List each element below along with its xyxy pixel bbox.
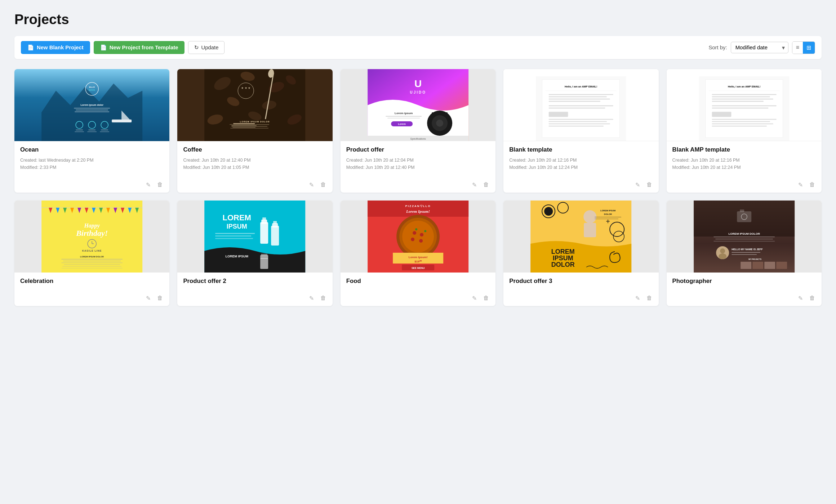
sort-select[interactable]: Modified date Created date Name (731, 42, 788, 53)
svg-rect-66 (549, 108, 605, 109)
svg-rect-179 (732, 252, 760, 253)
edit-button-blank[interactable]: ✎ (634, 181, 641, 189)
delete-button-product2[interactable]: 🗑 (319, 294, 328, 302)
card-title-celebration: Celebration (20, 278, 164, 285)
project-card-ocean: ELLO WAVE Lorem ipsum dolor (14, 69, 169, 193)
svg-rect-110 (61, 259, 123, 260)
card-body-food: Food (341, 273, 495, 292)
svg-rect-81 (712, 105, 776, 107)
edit-button-product3[interactable]: ✎ (634, 294, 641, 302)
svg-rect-10 (75, 111, 109, 112)
delete-button-product[interactable]: 🗑 (482, 181, 490, 189)
svg-rect-172 (713, 237, 775, 237)
edit-button-product2[interactable]: ✎ (308, 294, 315, 302)
svg-text:UJIDO: UJIDO (410, 90, 426, 94)
grid-view-button[interactable]: ⊞ (803, 42, 815, 54)
card-actions-product3: ✎ 🗑 (503, 292, 658, 306)
delete-button-celebration[interactable]: 🗑 (156, 294, 164, 302)
new-template-button[interactable]: 📄 New Project from Template (94, 41, 185, 54)
card-meta-coffee: Created: Jun 10th 20 at 12:40 PM Modifie… (183, 157, 326, 171)
card-thumbnail-celebration: Happy Birthday! KASILE LINE LOREM IPSUM … (14, 201, 169, 273)
svg-rect-5 (112, 120, 132, 122)
card-thumbnail-blank-amp: Hello, I am an AMP EMAIL! (667, 69, 822, 141)
edit-button-photographer[interactable]: ✎ (797, 294, 804, 302)
svg-rect-65 (549, 105, 613, 107)
svg-rect-173 (715, 239, 773, 239)
svg-rect-83 (712, 112, 731, 117)
svg-point-177 (719, 253, 726, 259)
card-body-product2: Product offer 2 (177, 273, 332, 292)
svg-text:Specifications: Specifications (410, 138, 426, 140)
svg-text:Hello, I am an AMP EMAIL!: Hello, I am an AMP EMAIL! (565, 85, 597, 88)
delete-button-blank[interactable]: 🗑 (645, 181, 654, 189)
delete-button-blank-amp[interactable]: 🗑 (808, 181, 817, 189)
edit-button-coffee[interactable]: ✎ (308, 181, 315, 189)
svg-rect-84 (712, 119, 776, 120)
card-body-product: Product offer Created: Jun 10th 20 at 12… (341, 141, 495, 179)
svg-text:Lorem ipsum dolor: Lorem ipsum dolor (80, 104, 103, 107)
update-button[interactable]: ↻ Update (188, 41, 224, 54)
svg-rect-67 (549, 112, 568, 117)
card-actions-blank: ✎ 🗑 (503, 179, 658, 193)
delete-button-product3[interactable]: 🗑 (645, 294, 654, 302)
svg-text:Lorem Ipsum!: Lorem Ipsum! (409, 256, 428, 259)
list-view-button[interactable]: ≡ (792, 42, 803, 54)
svg-rect-113 (64, 264, 120, 265)
svg-rect-170 (740, 210, 744, 212)
edit-button-blank-amp[interactable]: ✎ (797, 181, 804, 189)
svg-rect-14 (76, 130, 83, 130)
card-title-ocean: Ocean (20, 146, 164, 153)
svg-rect-174 (713, 241, 775, 242)
project-card-blank: Hello, I am an AMP EMAIL! (503, 69, 658, 193)
delete-button-coffee[interactable]: 🗑 (319, 181, 328, 189)
svg-rect-119 (261, 222, 268, 244)
sort-select-wrapper: Modified date Created date Name (731, 42, 788, 53)
card-actions-product: ✎ 🗑 (341, 179, 495, 193)
card-meta-blank-amp: Created: Jun 10th 20 at 12:16 PM Modifie… (672, 157, 816, 171)
svg-rect-129 (261, 258, 268, 269)
edit-button-food[interactable]: ✎ (471, 294, 478, 302)
svg-text:DOLOR: DOLOR (604, 213, 612, 215)
svg-rect-112 (61, 262, 123, 263)
svg-rect-182 (741, 262, 751, 269)
svg-point-138 (402, 221, 434, 252)
svg-rect-34 (234, 123, 255, 124)
svg-rect-85 (712, 121, 770, 122)
svg-point-152 (544, 207, 553, 216)
svg-rect-71 (549, 126, 604, 127)
svg-rect-8 (74, 108, 110, 109)
svg-rect-69 (549, 121, 607, 122)
doc-icon: 📄 (27, 44, 34, 51)
card-actions-blank-amp: ✎ 🗑 (667, 179, 822, 193)
svg-rect-63 (549, 99, 610, 100)
svg-rect-40 (231, 128, 269, 129)
svg-point-141 (411, 238, 414, 241)
svg-rect-38 (230, 124, 270, 125)
delete-button-photographer[interactable]: 🗑 (808, 294, 817, 302)
svg-text:LOREM IPSUM: LOREM IPSUM (226, 255, 249, 258)
card-thumbnail-product3: + LOREM IPSUM DOLOR LOREM IPSUM DOLOR (503, 201, 658, 273)
svg-rect-62 (549, 96, 607, 97)
delete-button-ocean[interactable]: 🗑 (156, 181, 164, 189)
card-meta-product: Created: Jun 10th 20 at 12:04 PM Modifie… (346, 157, 490, 171)
svg-rect-70 (549, 123, 610, 125)
svg-rect-36 (233, 127, 256, 128)
edit-button-celebration[interactable]: ✎ (144, 294, 152, 302)
edit-button-product[interactable]: ✎ (471, 181, 478, 189)
delete-button-food[interactable]: 🗑 (482, 294, 490, 302)
svg-rect-64 (549, 101, 600, 102)
project-card-photographer: LOREM IPSUM DOLOR HELLO MY NAME IS JEFF … (667, 201, 822, 306)
card-meta-ocean: Created: last Wednesday at 2:20 PM Modif… (20, 157, 164, 171)
new-blank-button[interactable]: 📄 New Blank Project (21, 41, 90, 54)
svg-rect-77 (712, 94, 776, 95)
svg-text:LOREM IPSUM DOLOR: LOREM IPSUM DOLOR (728, 232, 760, 235)
card-actions-food: ✎ 🗑 (341, 292, 495, 306)
grid-icon: ⊞ (806, 45, 811, 51)
svg-text:LOREM: LOREM (223, 213, 251, 222)
svg-rect-51 (387, 118, 420, 118)
projects-row-1: ELLO WAVE Lorem ipsum dolor (14, 69, 822, 193)
projects-grid-row1: ELLO WAVE Lorem ipsum dolor (14, 69, 822, 193)
svg-text:SEE MENU: SEE MENU (412, 267, 425, 269)
svg-text:DOLOR: DOLOR (551, 261, 575, 268)
edit-button-ocean[interactable]: ✎ (144, 181, 152, 189)
